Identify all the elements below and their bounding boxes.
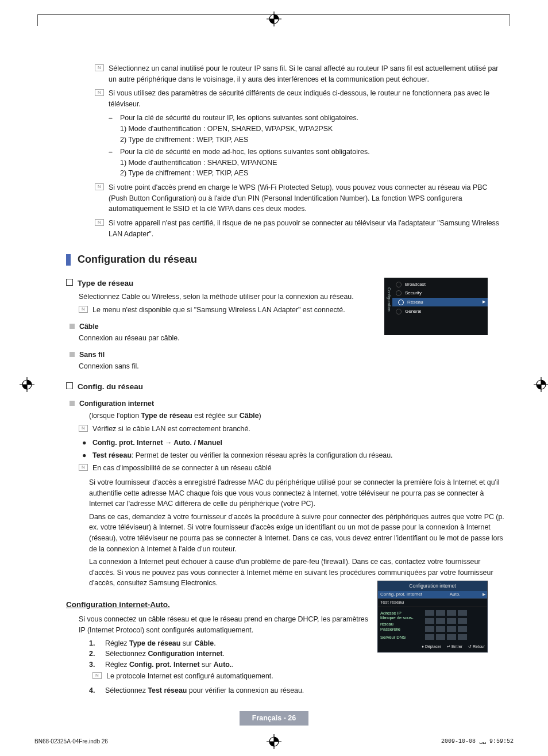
- step-number: 2.: [89, 648, 99, 659]
- body-text: Si vous connectez un câble réseau et que…: [66, 614, 371, 635]
- body-text: Config. prot. Internet → Auto. / Manuel: [92, 438, 222, 448]
- menu-icon: [396, 309, 402, 314]
- registration-mark-icon: [265, 733, 283, 750]
- dash-icon: –: [109, 113, 114, 124]
- registration-mark-icon: [265, 10, 283, 28]
- bullet-icon: [70, 401, 75, 406]
- dash-icon: –: [109, 147, 114, 158]
- body-text: Réglez Type de réseau sur Câble.: [105, 638, 216, 649]
- bullet-icon: ●: [82, 438, 88, 448]
- body-text: Si votre fournisseur d'accès a enregistr…: [66, 477, 508, 509]
- note-icon: N: [79, 425, 88, 432]
- note-icon: N: [95, 64, 104, 71]
- menu-screenshot: Configuration Broadcast Security Réseau …: [384, 278, 488, 335]
- print-timestamp: 2009-10-08 ␣␣ 9:59:52: [441, 737, 514, 746]
- section-title: Configuration du réseau: [78, 252, 197, 267]
- note-icon: N: [79, 306, 88, 313]
- page-number: Français - 26: [240, 711, 308, 726]
- subheading: Câble: [79, 321, 99, 332]
- subheading: Sans fil: [79, 350, 105, 360]
- menu-icon: [396, 282, 402, 287]
- bullet-icon: [70, 352, 75, 357]
- menu-item: General: [405, 308, 421, 315]
- menu-item: Security: [405, 290, 422, 297]
- body-text: Réglez Config. prot. Internet sur Auto..: [105, 659, 234, 670]
- subheading: Config. du réseau: [78, 381, 143, 393]
- panel-title: Configuration internet: [378, 581, 487, 591]
- body-text: Sélectionnez Configuration internet.: [105, 648, 225, 659]
- row-label: Config. prot. Internet: [380, 591, 425, 598]
- note-icon: N: [95, 219, 104, 226]
- menu-item-selected: Réseau: [407, 299, 423, 306]
- body-text: En cas d'impossibilité de se connecter à…: [92, 463, 508, 474]
- crop-guide: [37, 14, 38, 26]
- bullet-icon: ●: [82, 450, 88, 461]
- square-icon: [66, 382, 73, 389]
- sub-text: Pour la clé de sécurité du routeur IP, l…: [120, 113, 358, 124]
- note-icon: N: [92, 672, 102, 679]
- menu-item: Broadcast: [405, 281, 426, 288]
- registration-mark-icon: [18, 376, 36, 393]
- print-filename: BN68-02325A-04Fre.indb 26: [34, 737, 108, 746]
- note-icon: N: [95, 89, 104, 96]
- body-text: Test réseau: Permet de tester ou vérifie…: [92, 450, 393, 461]
- body-text: Dans ce cas, demandez à votre fournisseu…: [66, 512, 508, 554]
- subheading: Configuration internet: [79, 398, 154, 409]
- footer-action: Retour: [468, 644, 485, 650]
- menu-icon: [396, 290, 402, 296]
- page-footer: Français - 26: [0, 711, 548, 726]
- sub-text: 1) Mode d'authentification : OPEN, SHARE…: [95, 124, 508, 135]
- body-text: Connexion sans fil.: [66, 361, 508, 372]
- crop-guide: [510, 14, 510, 26]
- step-number: 4.: [89, 685, 99, 696]
- step-number: 1.: [89, 638, 99, 649]
- section-heading: Configuration du réseau: [66, 252, 508, 267]
- footer-action: Déplacer: [422, 644, 441, 650]
- body-text: Sélectionnez Test réseau pour vérifier l…: [105, 685, 304, 696]
- sub-text: 1) Mode d'authentification : SHARED, WPA…: [95, 158, 508, 168]
- note-text: Sélectionnez un canal inutilisé pour le …: [109, 63, 508, 85]
- manual-page: N Sélectionnez un canal inutilisé pour l…: [0, 0, 548, 756]
- note-icon: N: [95, 183, 104, 190]
- sub-text: 2) Type de chiffrement : WEP, TKIP, AES: [95, 168, 508, 179]
- bullet-icon: [70, 324, 75, 329]
- menu-icon: [398, 300, 404, 305]
- note-text: Si votre appareil n'est pas certifié, il…: [109, 218, 508, 239]
- row-label: Passerelle: [380, 626, 425, 632]
- note-text: Le protocole Internet est configuré auto…: [106, 671, 508, 682]
- registration-mark-icon: [532, 376, 548, 393]
- top-note-block: N Sélectionnez un canal inutilisé pour l…: [66, 63, 508, 239]
- config-screenshot: Configuration internet Config. prot. Int…: [377, 581, 488, 653]
- square-icon: [66, 279, 73, 286]
- row-value: Auto.: [425, 591, 485, 598]
- body-text: (lorsque l'option Type de réseau est rég…: [66, 410, 508, 421]
- note-icon: N: [79, 464, 88, 471]
- note-text: Si votre point d'accès prend en charge l…: [109, 182, 508, 214]
- footer-action: Entrer: [447, 644, 462, 650]
- step-number: 3.: [89, 659, 99, 670]
- note-text: Si vous utilisez des paramètres de sécur…: [109, 88, 508, 109]
- section-marker-icon: [66, 254, 71, 266]
- sidebar-label: Configuration: [385, 287, 392, 312]
- sub-text: 2) Type de chiffrement : WEP, TKIP, AES: [95, 135, 508, 145]
- row-label: Test réseau: [380, 599, 425, 606]
- sub-text: Pour la clé de sécurité en mode ad-hoc, …: [120, 147, 370, 158]
- note-text: Vérifiez si le câble LAN est correctemen…: [92, 424, 508, 435]
- row-label: Serveur DNS: [380, 634, 425, 640]
- subheading: Type de réseau: [78, 278, 133, 289]
